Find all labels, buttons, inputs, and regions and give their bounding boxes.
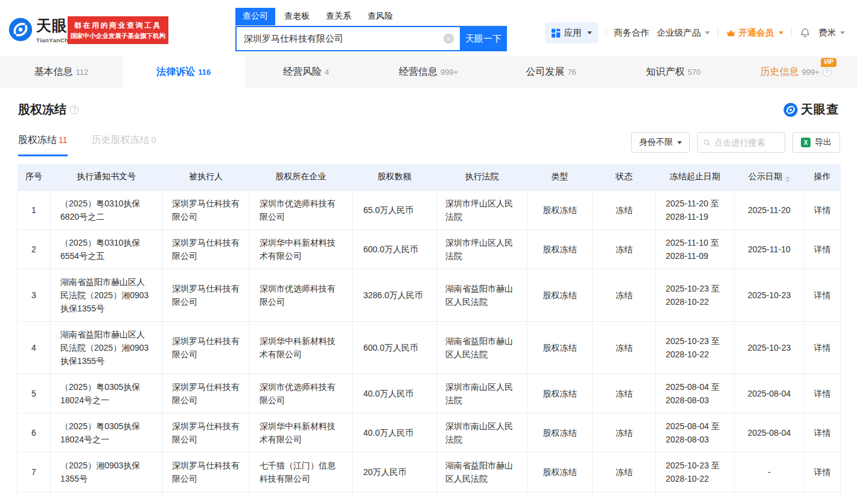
menu-cooperation[interactable]: 商务合作: [614, 27, 649, 39]
menu-open-vip[interactable]: 开通会员: [726, 27, 783, 39]
sort-icon[interactable]: [785, 176, 790, 182]
detail-link[interactable]: 详情: [804, 229, 841, 269]
cell-status: 冻结: [593, 452, 656, 491]
table-search: [697, 132, 785, 153]
crown-icon: [726, 29, 736, 37]
apps-grid-icon: [551, 28, 561, 38]
apps-menu[interactable]: 应用: [545, 22, 598, 43]
empty-cell: [437, 491, 527, 497]
identity-filter-dropdown[interactable]: 身份不限: [631, 132, 690, 153]
nav-tab[interactable]: 基本信息112: [0, 56, 123, 88]
search-block: 查公司查老板查关系查风险 ✕ 天眼一下: [235, 8, 507, 51]
cell-amount: 40.0万人民币: [352, 374, 437, 413]
empty-cell: [162, 491, 250, 497]
cell-amount: 40.0万人民币: [352, 413, 437, 452]
watermark-brand: 天眼查: [801, 101, 839, 118]
freeze-subtab[interactable]: 历史股权冻结0: [92, 134, 156, 156]
equity-company-link[interactable]: 深圳华中科新材料技术有限公司: [250, 321, 352, 374]
doc-number-link[interactable]: （2025）粤0310执保6554号之五: [51, 229, 162, 269]
search-button[interactable]: 天眼一下: [460, 26, 507, 51]
export-button[interactable]: X 导出: [792, 132, 840, 153]
cell-type: 股权冻结: [527, 374, 593, 413]
freeze-subtabs: 股权冻结11历史股权冻结0: [18, 134, 156, 156]
nav-tab-label: 法律诉讼: [156, 66, 195, 78]
col-action: 操作: [804, 164, 841, 190]
nav-tab-label: 基本信息: [34, 66, 73, 78]
nav-tab[interactable]: 知识产权570: [612, 56, 734, 88]
detail-link[interactable]: 详情: [804, 374, 841, 413]
section-title: 股权冻结: [18, 101, 66, 118]
nav-tab[interactable]: 公司发展76: [489, 56, 612, 88]
executed-person-link[interactable]: 深圳罗马仕科技有限公司: [162, 190, 250, 229]
search-tab[interactable]: 查公司: [235, 8, 275, 25]
cell-status: 冻结: [593, 413, 656, 452]
clear-icon[interactable]: ✕: [444, 34, 454, 44]
help-icon[interactable]: ?: [70, 105, 79, 114]
subtab-label: 股权冻结: [18, 134, 57, 147]
cell-publish: 2025-11-20: [734, 190, 804, 229]
tianyancha-logo-icon: [783, 103, 798, 117]
search-tab[interactable]: 查关系: [326, 8, 351, 25]
identity-filter-label: 身份不限: [639, 137, 673, 148]
divider: [791, 28, 792, 37]
nav-tab[interactable]: 法律诉讼116: [123, 56, 245, 88]
filters: 身份不限 X 导出: [631, 132, 840, 153]
doc-number-link[interactable]: （2025）粤0305执保18024号之一: [51, 374, 162, 413]
company-search-input[interactable]: [237, 27, 460, 50]
equity-company-link[interactable]: 深圳市优选师科技有限公司: [250, 269, 352, 321]
table-row: 4湖南省益阳市赫山区人民法院（2025）湘0903执保1355号深圳罗马仕科技有…: [18, 321, 841, 374]
executed-person-link[interactable]: 深圳罗马仕科技有限公司: [162, 413, 250, 452]
nav-tab-count: 999+: [441, 68, 458, 77]
vip-label: 开通会员: [739, 27, 774, 39]
nav-tab[interactable]: 经营风险4: [245, 56, 368, 88]
cell-amount: 65.0万人民币: [352, 190, 437, 229]
cell-type: 股权冻结: [527, 229, 593, 269]
detail-link[interactable]: 详情: [804, 452, 841, 491]
col-period: 冻结起止日期: [656, 164, 734, 190]
detail-link[interactable]: 详情: [804, 413, 841, 452]
equity-company-link[interactable]: 七千猫（江门）信息科技有限公司: [250, 452, 352, 491]
cell-court: 深圳市南山区人民法院: [437, 374, 527, 413]
empty-cell: [352, 491, 437, 497]
detail-link[interactable]: 详情: [804, 190, 841, 229]
nav-tab[interactable]: 经营信息999+: [368, 56, 490, 88]
cell-publish: -: [734, 452, 804, 491]
executed-person-link[interactable]: 深圳罗马仕科技有限公司: [162, 452, 250, 491]
executed-person-link[interactable]: 深圳罗马仕科技有限公司: [162, 321, 250, 374]
equity-company-link[interactable]: 深圳市优选师科技有限公司: [250, 190, 352, 229]
empty-cell: [527, 491, 593, 497]
divider: [606, 28, 607, 37]
cell-period: 2025-11-10 至 2028-11-09: [656, 229, 734, 269]
cell-period: 2025-08-04 至 2028-08-03: [656, 413, 734, 452]
table-search-input[interactable]: [715, 138, 779, 147]
doc-number-link[interactable]: 湖南省益阳市赫山区人民法院（2025）湘0903执保1355号: [51, 269, 162, 321]
col-court: 执行法院: [437, 164, 527, 190]
notification-bell-icon[interactable]: [800, 27, 811, 39]
section-title-left: 股权冻结 ?: [18, 101, 79, 118]
detail-link[interactable]: 详情: [804, 269, 841, 321]
user-menu[interactable]: 费米: [818, 27, 845, 39]
doc-number-link[interactable]: （2025）粤0310执保6820号之二: [51, 190, 162, 229]
equity-company-link[interactable]: 深圳华中科新材料技术有限公司: [250, 229, 352, 269]
chevron-down-icon: [779, 31, 783, 34]
doc-number-link[interactable]: （2025）粤0305执保18024号之一: [51, 413, 162, 452]
help-icon[interactable]: ?: [823, 68, 832, 77]
executed-person-link[interactable]: 深圳罗马仕科技有限公司: [162, 374, 250, 413]
doc-number-link[interactable]: 湖南省益阳市赫山区人民法院（2025）湘0903执保1355号: [51, 321, 162, 374]
col-publish-date[interactable]: 公示日期: [734, 164, 804, 190]
cell-type: 股权冻结: [527, 190, 593, 229]
freeze-subtab[interactable]: 股权冻结11: [18, 134, 68, 156]
executed-person-link[interactable]: 深圳罗马仕科技有限公司: [162, 229, 250, 269]
search-tab[interactable]: 查风险: [368, 8, 393, 25]
cell-publish: 2025-08-04: [734, 413, 804, 452]
equity-company-link[interactable]: 深圳华中科新材料技术有限公司: [250, 413, 352, 452]
nav-tab[interactable]: 历史信息999+VIP?: [734, 56, 857, 88]
menu-enterprise[interactable]: 企业级产品: [657, 27, 710, 39]
col-amount: 股权数额: [352, 164, 437, 190]
equity-company-link[interactable]: 深圳市优选师科技有限公司: [250, 374, 352, 413]
executed-person-link[interactable]: 深圳罗马仕科技有限公司: [162, 269, 250, 321]
search-tab[interactable]: 查老板: [284, 8, 310, 25]
doc-number-link[interactable]: （2025）湘0903执保1355号: [51, 452, 162, 491]
cell-period: 2025-10-23 至 2028-10-22: [656, 269, 734, 321]
detail-link[interactable]: 详情: [804, 321, 841, 374]
